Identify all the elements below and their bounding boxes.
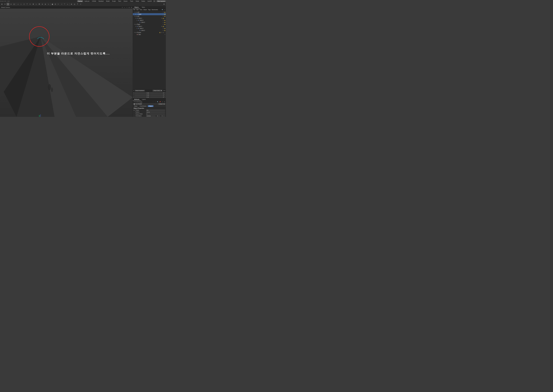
coord-y-rot[interactable]	[150, 94, 165, 96]
coord-x-scale[interactable]	[165, 92, 166, 94]
tree-arrow-j2r[interactable]: ▼	[136, 28, 138, 29]
tree-item-joint1-r[interactable]: ▼ ⊕ Joint.1 👁 🔒 ▸	[133, 25, 166, 27]
toolbar-icon-settings[interactable]: ⚙	[163, 3, 165, 6]
tree-action-vis-j1l[interactable]: 👁	[161, 17, 162, 19]
sidebar-tab-takes[interactable]: Takes	[140, 6, 147, 8]
toolbar-icon-r3[interactable]: T	[76, 3, 79, 6]
tree-action-vis-r2[interactable]: 👁	[162, 24, 164, 25]
tree-arrow-skin[interactable]	[135, 34, 136, 35]
transform-menu-icon[interactable]: ☰	[133, 90, 134, 91]
attr-mode-label[interactable]: Mode	[136, 101, 137, 103]
viewport-icon-down-left[interactable]: ↙	[124, 7, 126, 8]
prop-value-orient-y[interactable]: Y	[161, 115, 165, 117]
tree-action-vis-screen[interactable]: 🔒	[159, 32, 161, 33]
toolbar-icon-c5[interactable]: ⊤	[63, 3, 66, 6]
toolbar-icon-object[interactable]: ○	[7, 3, 9, 6]
tree-action-vis-j1r[interactable]: 👁	[161, 26, 162, 27]
tree-action-lock-j1r[interactable]: 🔒	[162, 26, 164, 27]
viewport-icon-sphere[interactable]: ⊙	[121, 7, 123, 8]
tree-action-lock[interactable]: 🔒	[164, 11, 166, 13]
toolbar-icon-c1[interactable]: ▣	[51, 3, 54, 6]
tree-arrow-j3l[interactable]	[138, 22, 139, 23]
sidebar-menu-edit[interactable]: Edit	[136, 9, 139, 10]
coord-z-rot[interactable]	[150, 96, 165, 98]
tree-item-joint3-l[interactable]: ⊕ Joint.3 👁 🔒	[133, 21, 166, 23]
toolbar-icon-pen[interactable]: ✏	[29, 3, 32, 6]
coord-x-rot[interactable]	[150, 92, 165, 94]
tree-arrow-right2[interactable]: ▼	[134, 24, 135, 25]
viewport-3d[interactable]: 이 부분을 라운드로 자연스럽게 꺾어지도록....	[0, 9, 133, 117]
tree-action-vis-j3l[interactable]: 👁	[162, 21, 164, 23]
attr-pin-icon[interactable]: 📌	[159, 101, 161, 103]
toolbar-icon-nurbs[interactable]: ⌘	[38, 3, 41, 6]
tree-item-joint3-r[interactable]: ⊕ Joint.3 👁 🔒	[133, 29, 166, 31]
menu-tab-koshprv[interactable]: kosh.prv	[84, 0, 91, 2]
coord-y-pos[interactable]	[134, 94, 150, 96]
tree-action-lock-j3r[interactable]: 🔒	[164, 30, 166, 31]
toolbar-icon-spline[interactable]: ⬭	[35, 3, 38, 6]
toolbar-icon-r1[interactable]: ⊕	[70, 3, 73, 6]
coord-y-scale[interactable]	[165, 94, 166, 96]
attr-search-icon[interactable]: 🔍	[157, 101, 159, 103]
attr-sub-tab-basic[interactable]: Basic	[133, 105, 138, 107]
toolbar-icon-move[interactable]: ◇	[17, 3, 19, 6]
tree-item-right[interactable]: ▶ ◈ Right 👁 🔒	[133, 13, 166, 15]
attr-node-type-dropdown[interactable]: Default	[158, 103, 165, 105]
menu-tab-nodes[interactable]: Nodes	[140, 0, 146, 2]
tree-arrow-j1r[interactable]: ▼	[135, 26, 136, 27]
menu-tab-script[interactable]: Script	[135, 0, 140, 2]
tree-action-lock-j1l[interactable]: 🔒	[162, 17, 164, 19]
toolbar-icon-r2[interactable]: ◎	[73, 3, 76, 6]
tree-item-left-top[interactable]: ▼ ◈ Left 👁 🔒	[133, 11, 166, 13]
tree-action-vis[interactable]: 👁	[162, 11, 164, 13]
sidebar-menu-bookmarks[interactable]: Bookmarks	[152, 9, 158, 10]
toolbar-icon-effector[interactable]: ※	[44, 3, 47, 6]
tree-action-lock-j2l[interactable]: 🔒	[164, 20, 166, 21]
toolbar-icon-text[interactable]: T	[26, 3, 28, 6]
toolbar-icon-brush[interactable]: ❖	[32, 3, 35, 6]
new-layouts-button[interactable]: New Layouts	[156, 0, 166, 2]
prop-value-radius[interactable]: 10 cm	[146, 111, 165, 113]
prop-value-aspect[interactable]: 1	[146, 113, 165, 115]
tree-action-lock-right[interactable]: 🔒	[164, 14, 166, 15]
attr-userdata-label[interactable]: User Data	[140, 101, 142, 103]
toolbar-icon-rotate[interactable]: ⬡	[23, 3, 26, 6]
tree-item-screen[interactable]: ▼ ◈ Screen 🔒 ⊡ ⊟ ↔	[133, 31, 166, 34]
tree-action-vis-skin[interactable]: ✔	[164, 34, 166, 35]
coord-z-pos[interactable]	[134, 96, 149, 98]
tree-arrow-left2[interactable]: ▼	[134, 16, 135, 17]
attr-sub-tab-coordinates[interactable]: Coordinates	[139, 105, 147, 107]
attr-info-icon[interactable]: ℹ	[161, 101, 163, 103]
toolbar-icon-c3[interactable]: ⊢	[57, 3, 60, 6]
tree-item-joint1-l[interactable]: ▼ ⊕ Joint.1 👁 🔒 ▸	[133, 17, 166, 19]
sidebar-menu-view[interactable]: View	[140, 9, 142, 10]
reset-transform-button[interactable]: Reset Transform	[135, 90, 145, 91]
tree-arrow-j1l[interactable]: ▼	[135, 18, 136, 19]
menu-tab-track[interactable]: Track	[129, 0, 134, 2]
attr-edit-label[interactable]: Edit	[138, 101, 140, 103]
tree-action-tag-screen[interactable]: ⊟	[162, 32, 164, 33]
attr-up-icon[interactable]: ↑	[154, 101, 156, 103]
tree-action-vis-j3r[interactable]: 👁	[162, 30, 164, 31]
viewport-icon-up-right[interactable]: ↗	[126, 7, 128, 8]
tree-arrow-j2l[interactable]: ▼	[136, 20, 138, 21]
menu-tab-kosh26[interactable]: kosh26	[147, 0, 153, 2]
toolbar-icon-scale[interactable]: □	[20, 3, 22, 6]
sidebar-menu-file[interactable]: File	[133, 9, 135, 10]
toolbar-icon-camera[interactable]: 🎥	[13, 3, 15, 6]
prop-value-orient-x[interactable]: X	[156, 115, 161, 117]
tree-action-lock-l2[interactable]: 🔒	[164, 15, 166, 17]
toolbar-icon-snap[interactable]: ✛	[4, 3, 6, 6]
new-tab-button[interactable]: +	[153, 0, 155, 2]
attr-more-icon[interactable]: ⊡	[164, 101, 165, 103]
tree-action-tag-j1r[interactable]: ▸	[164, 26, 166, 27]
attr-back-icon[interactable]: ←	[152, 101, 154, 103]
coord-z-scale[interactable]	[165, 96, 166, 98]
toolbar-icon-hair[interactable]: ∿	[47, 3, 50, 6]
tree-item-joint2-l[interactable]: ▼ ⊕ Joint.2 👁 🔒	[133, 19, 166, 21]
prop-value-orientation[interactable]: Camera	[146, 115, 156, 117]
sidebar-sort-icon[interactable]: ≡	[164, 9, 165, 11]
attr-menu-icon[interactable]: ☰	[133, 101, 135, 103]
tree-action-extra-screen[interactable]: ↔	[164, 32, 166, 33]
toolbar-icon-c6[interactable]: ⊥	[66, 3, 69, 6]
